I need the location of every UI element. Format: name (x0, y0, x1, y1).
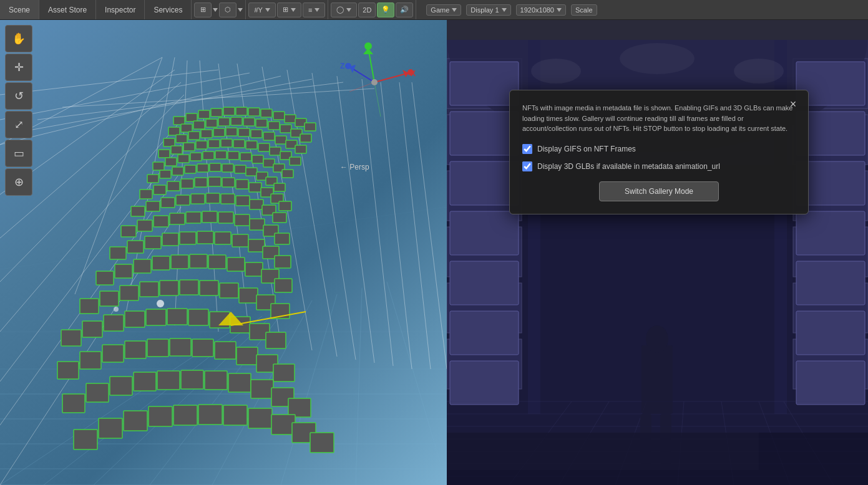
tab-services[interactable]: Services (145, 0, 192, 19)
svg-rect-193 (266, 332, 286, 348)
svg-rect-108 (197, 164, 208, 172)
svg-point-299 (734, 59, 784, 84)
game-scene: × NFTs with image media in metadata file… (447, 40, 868, 485)
glbs-checkbox[interactable] (522, 161, 532, 171)
svg-rect-112 (246, 168, 257, 176)
svg-rect-166 (190, 254, 207, 268)
svg-rect-178 (200, 281, 218, 295)
svg-rect-165 (171, 255, 188, 269)
resolution-select[interactable]: 1920x1080 (516, 4, 566, 16)
svg-rect-106 (172, 167, 183, 175)
svg-rect-219 (149, 406, 172, 426)
scene-panel: X Z ← Persp ✋ ✛ ↺ ⤢ ▭ ⊕ (0, 20, 447, 485)
cube-tool-btn[interactable]: ⬡ (219, 2, 237, 17)
svg-rect-65 (280, 125, 291, 133)
svg-rect-138 (273, 213, 286, 223)
axis-tools: #Y ⊞ ≡ (246, 0, 328, 19)
svg-rect-111 (235, 165, 246, 173)
svg-rect-103 (282, 170, 293, 178)
svg-rect-84 (208, 140, 220, 148)
svg-rect-95 (190, 153, 202, 161)
top-toolbar: Scene Asset Store Inspector Services ⊞ ⬡… (0, 0, 868, 20)
svg-rect-264 (450, 211, 519, 255)
grid-btn[interactable]: ⊞ (277, 2, 301, 17)
svg-rect-117 (154, 185, 166, 194)
svg-rect-49 (236, 107, 247, 115)
svg-rect-44 (173, 117, 185, 125)
svg-rect-204 (273, 364, 295, 382)
svg-rect-140 (137, 220, 152, 231)
svg-rect-274 (796, 361, 865, 405)
svg-rect-223 (248, 408, 272, 428)
svg-rect-163 (134, 259, 151, 273)
svg-rect-123 (236, 180, 248, 189)
svg-rect-109 (210, 163, 221, 171)
svg-point-292 (646, 325, 668, 353)
gifs-checkbox[interactable] (522, 144, 532, 154)
svg-point-241 (407, 69, 414, 75)
tab-inspector[interactable]: Inspector (96, 0, 145, 19)
rect-transform-btn[interactable]: ▭ (5, 140, 32, 167)
svg-rect-172 (80, 299, 99, 314)
svg-rect-55 (305, 123, 316, 131)
svg-rect-144 (202, 211, 217, 223)
svg-rect-179 (220, 283, 238, 298)
scale-select[interactable]: Scale (571, 4, 597, 16)
svg-rect-115 (274, 183, 285, 191)
svg-rect-261 (450, 62, 519, 105)
move-tool-btn[interactable]: ✛ (5, 54, 32, 81)
light-btn[interactable]: 💡 (377, 2, 394, 17)
tab-scene-label: Scene (9, 6, 30, 14)
snap-btn[interactable]: ≡ (303, 2, 325, 17)
svg-rect-71 (201, 130, 212, 138)
svg-rect-48 (223, 107, 235, 115)
svg-rect-265 (450, 261, 519, 305)
svg-rect-77 (275, 136, 286, 144)
hand-tool-btn[interactable]: ✋ (5, 25, 32, 52)
tab-asset-store[interactable]: Asset Store (39, 0, 96, 19)
svg-rect-133 (206, 193, 220, 203)
svg-rect-83 (196, 141, 207, 149)
svg-rect-158 (248, 239, 265, 252)
svg-point-237 (371, 79, 378, 85)
svg-rect-124 (249, 183, 261, 192)
tab-scene[interactable]: Scene (0, 0, 39, 19)
svg-rect-199 (170, 339, 191, 356)
svg-rect-205 (62, 394, 85, 413)
svg-rect-272 (796, 261, 865, 305)
svg-rect-146 (235, 214, 250, 226)
tab-inspector-label: Inspector (105, 6, 135, 14)
svg-rect-186 (125, 311, 145, 327)
svg-rect-263 (450, 161, 519, 205)
close-button[interactable]: × (786, 97, 801, 112)
svg-rect-81 (171, 146, 182, 154)
y-axis-btn[interactable]: #Y (248, 2, 275, 17)
svg-rect-61 (231, 117, 242, 125)
glbs-checkbox-label: Display 3D GLBs if available in metadata… (537, 162, 720, 171)
audio-btn[interactable]: 🔊 (396, 2, 413, 17)
svg-line-26 (362, 79, 393, 366)
svg-rect-202 (237, 347, 258, 365)
svg-rect-217 (99, 418, 122, 438)
rect-tool-btn[interactable]: ⊞ (194, 2, 212, 17)
svg-rect-58 (193, 121, 205, 129)
shape-btn[interactable]: ◯ (331, 2, 357, 17)
game-select[interactable]: Game (426, 4, 461, 16)
rotate-tool-btn[interactable]: ↺ (5, 82, 32, 110)
gifs-checkbox-label: Display GIFS on NFT Frames (537, 145, 636, 153)
svg-rect-147 (250, 219, 265, 230)
transform-tools: ⊞ ⬡ (192, 0, 246, 19)
svg-rect-197 (125, 341, 146, 358)
2d-btn[interactable]: 2D (358, 2, 376, 17)
svg-rect-173 (100, 291, 119, 306)
svg-line-7 (387, 282, 447, 485)
switch-gallery-mode-button[interactable]: Switch Gallery Mode (599, 181, 719, 201)
display-select[interactable]: Display 1 (466, 4, 510, 16)
tab-services-label: Services (154, 6, 182, 14)
custom-tool-btn[interactable]: ⊕ (5, 168, 32, 196)
svg-rect-129 (146, 201, 160, 211)
svg-rect-86 (233, 140, 245, 148)
svg-rect-153 (162, 233, 178, 246)
svg-line-229 (374, 73, 409, 82)
scale-tool-btn[interactable]: ⤢ (5, 111, 32, 138)
